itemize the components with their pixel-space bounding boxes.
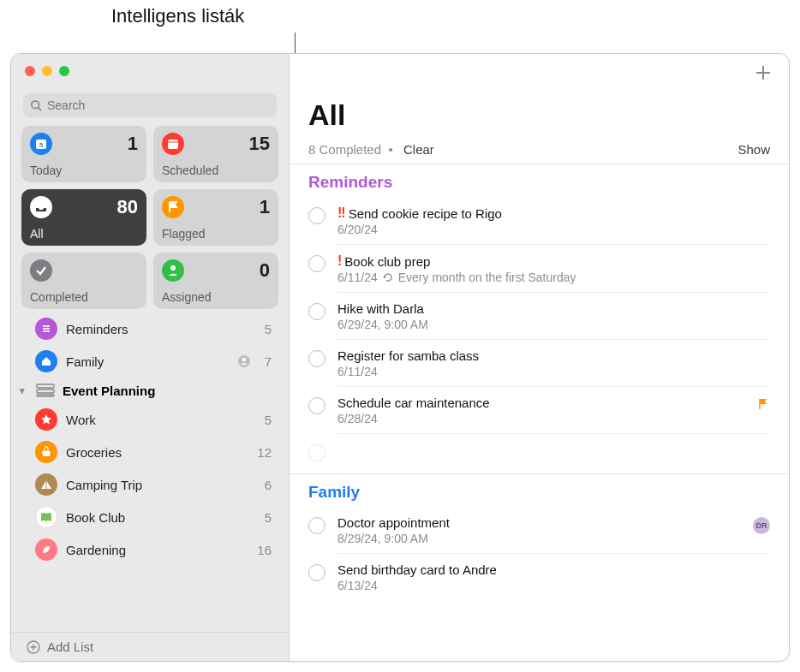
check-icon xyxy=(30,259,52,282)
list-icon xyxy=(35,318,57,340)
window-controls xyxy=(11,54,289,88)
reminder-item[interactable]: Hike with Darla 6/29/24, 9:00 AM xyxy=(290,293,789,340)
list-name: Camping Trip xyxy=(66,478,256,492)
smart-lists-grid: 5 1 Today 15 Scheduled 80 All 1 Flagged … xyxy=(11,126,289,309)
complete-toggle[interactable] xyxy=(308,564,325,581)
tile-count: 0 xyxy=(260,259,270,282)
priority-indicator: ! xyxy=(337,253,341,269)
list-count: 5 xyxy=(265,510,272,525)
smart-tile-assigned[interactable]: 0 Assigned xyxy=(153,253,278,309)
list-row-gardening[interactable]: Gardening 16 xyxy=(11,533,289,566)
reminder-item[interactable]: Register for samba class 6/11/24 xyxy=(290,340,789,387)
item-title: Register for samba class xyxy=(337,348,479,363)
svg-point-6 xyxy=(170,265,176,271)
list-row-groceries[interactable]: Groceries 12 xyxy=(11,436,289,468)
toolbar xyxy=(290,54,789,88)
svg-rect-12 xyxy=(37,384,54,388)
tile-count: 1 xyxy=(260,196,270,218)
group-header-event-planning[interactable]: ▾ Event Planning xyxy=(11,378,289,403)
tent-icon xyxy=(35,473,57,496)
item-subtitle: 6/11/24 xyxy=(337,365,770,378)
list-name: Family xyxy=(66,354,229,369)
list-name: Work xyxy=(66,413,256,427)
shared-icon xyxy=(237,354,251,368)
group-name: Event Planning xyxy=(63,384,155,398)
minimize-window-button[interactable] xyxy=(42,66,52,76)
clear-completed-button[interactable]: Clear xyxy=(403,142,434,157)
tile-label: Completed xyxy=(30,290,138,304)
smart-tile-completed[interactable]: Completed xyxy=(21,253,146,309)
list-count: 6 xyxy=(265,478,272,492)
smart-tile-scheduled[interactable]: 15 Scheduled xyxy=(153,126,278,182)
show-completed-button[interactable]: Show xyxy=(737,142,770,157)
list-name: Book Club xyxy=(66,510,256,525)
flag-icon xyxy=(756,397,770,414)
item-subtitle: 8/29/24, 9:00 AM xyxy=(337,532,741,545)
complete-toggle[interactable] xyxy=(308,397,325,414)
new-item-placeholder[interactable] xyxy=(290,434,789,470)
complete-toggle[interactable] xyxy=(308,303,325,320)
list-row-book-club[interactable]: Book Club 5 xyxy=(11,501,289,533)
complete-toggle[interactable] xyxy=(308,255,325,272)
complete-toggle[interactable] xyxy=(308,350,325,367)
item-subtitle: 6/29/24, 9:00 AM xyxy=(337,318,770,331)
smart-tile-all[interactable]: 80 All xyxy=(21,189,146,246)
item-subtitle: 6/28/24 xyxy=(337,412,744,425)
list-row-work[interactable]: Work 5 xyxy=(11,403,289,436)
item-subtitle: 6/11/24Every month on the first Saturday xyxy=(337,271,770,284)
reminder-item[interactable]: Send birthday card to Andre 6/13/24 xyxy=(290,554,789,601)
smart-tile-today[interactable]: 5 1 Today xyxy=(21,126,146,182)
flag-icon xyxy=(162,196,184,218)
tile-count: 15 xyxy=(249,133,270,155)
close-window-button[interactable] xyxy=(25,66,35,76)
add-list-label: Add List xyxy=(47,639,93,654)
list-count: 7 xyxy=(265,354,272,369)
svg-line-1 xyxy=(39,108,42,111)
list-count: 16 xyxy=(257,543,272,557)
repeat-icon xyxy=(383,272,393,282)
reminder-item[interactable]: ! Book club prep 6/11/24Every month on t… xyxy=(290,245,789,293)
list-count: 5 xyxy=(265,322,272,336)
radio-placeholder-icon xyxy=(308,444,325,461)
lists-panel: Reminders 5 Family 7 ▾ Event Planning Wo… xyxy=(11,309,289,632)
complete-toggle[interactable] xyxy=(308,517,325,534)
complete-toggle[interactable] xyxy=(308,207,325,224)
list-row-camping-trip[interactable]: Camping Trip 6 xyxy=(11,468,289,501)
home-icon xyxy=(35,350,57,372)
add-list-button[interactable]: Add List xyxy=(11,632,289,661)
smart-tile-flagged[interactable]: 1 Flagged xyxy=(153,189,278,246)
item-subtitle: 6/20/24 xyxy=(337,223,770,236)
item-title: Hike with Darla xyxy=(337,301,424,316)
svg-point-0 xyxy=(32,101,39,109)
item-title: Send birthday card to Andre xyxy=(337,562,497,577)
tray-icon xyxy=(30,196,52,218)
section-title-reminders[interactable]: Reminders xyxy=(290,164,789,197)
search-icon xyxy=(30,99,42,111)
reminder-content: Reminders !! Send cookie recipe to Rigo … xyxy=(290,164,789,661)
calendar-today-icon: 5 xyxy=(30,133,52,155)
reminder-item[interactable]: Doctor appointment 8/29/24, 9:00 AM DR xyxy=(290,507,789,554)
calendar-icon xyxy=(162,133,184,155)
search-field[interactable] xyxy=(23,93,277,117)
chevron-down-icon: ▾ xyxy=(20,385,28,396)
svg-point-11 xyxy=(242,358,245,361)
reminder-item[interactable]: Schedule car maintenance 6/28/24 xyxy=(290,387,789,434)
list-count: 5 xyxy=(265,413,272,427)
tile-label: Scheduled xyxy=(162,164,270,177)
person-icon xyxy=(162,259,184,282)
item-title: Doctor appointment xyxy=(337,515,450,530)
zoom-window-button[interactable] xyxy=(59,66,69,76)
reminder-item[interactable]: !! Send cookie recipe to Rigo 6/20/24 xyxy=(290,197,789,245)
section-title-family[interactable]: Family xyxy=(290,474,789,507)
svg-rect-14 xyxy=(37,395,54,396)
callout-label: Intelligens listák xyxy=(111,5,244,27)
sidebar: 5 1 Today 15 Scheduled 80 All 1 Flagged … xyxy=(11,54,290,661)
search-input[interactable] xyxy=(47,98,270,112)
item-subtitle: 6/13/24 xyxy=(337,579,770,592)
tile-count: 80 xyxy=(117,196,138,218)
new-reminder-button[interactable] xyxy=(755,64,772,88)
list-row-family[interactable]: Family 7 xyxy=(11,345,289,378)
main-panel: All 8 Completed • Clear Show Reminders !… xyxy=(290,54,789,661)
priority-indicator: !! xyxy=(337,205,345,221)
list-row-reminders[interactable]: Reminders 5 xyxy=(11,312,289,345)
